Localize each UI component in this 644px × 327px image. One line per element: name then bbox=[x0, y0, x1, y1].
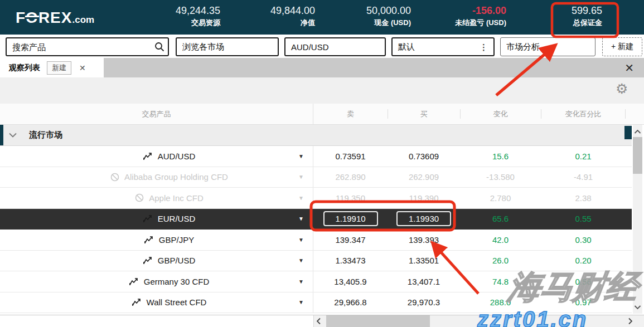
buy-price-cell[interactable]: 119.390 bbox=[388, 188, 460, 208]
sell-price[interactable]: 139.347 bbox=[335, 235, 365, 245]
scroll-left-icon[interactable] bbox=[316, 317, 321, 327]
product-cell[interactable]: Alibaba Group Holding CFD ▼ bbox=[0, 167, 313, 188]
sell-price-cell[interactable]: 139.347 bbox=[313, 230, 388, 250]
vertical-scrollbar[interactable] bbox=[633, 125, 642, 314]
sell-price[interactable]: 13,405.9 bbox=[334, 277, 366, 286]
sell-price[interactable]: 262.890 bbox=[335, 172, 365, 182]
product-cell[interactable]: GBP/JPY ▼ bbox=[0, 230, 313, 250]
horizontal-scrollbar-thumb[interactable] bbox=[326, 315, 430, 327]
horizontal-scrollbar-row bbox=[0, 315, 644, 327]
buy-price-cell[interactable]: 1.19930 bbox=[388, 209, 460, 230]
dropdown-caret-icon[interactable]: ▼ bbox=[298, 153, 304, 159]
sell-price[interactable]: 0.73591 bbox=[335, 152, 365, 161]
scroll-down-icon[interactable] bbox=[634, 302, 641, 312]
horizontal-scrollbar[interactable] bbox=[313, 315, 644, 327]
stat-cash: 50,000.00 现金 (USD) bbox=[316, 5, 411, 28]
sell-price[interactable]: 1.33473 bbox=[335, 256, 365, 265]
market-analysis-label: 市场分析 bbox=[506, 42, 540, 52]
gear-icon[interactable]: ⚙ bbox=[616, 81, 628, 97]
dropdown-caret-icon[interactable]: ▼ bbox=[298, 279, 304, 285]
table-row-aud-usd[interactable]: AUD/USD ▼ 0.73591 0.73609 15.6 0.21 bbox=[0, 146, 632, 167]
change-value: 42.0 bbox=[492, 235, 509, 245]
sell-price-cell[interactable]: 0.73591 bbox=[313, 146, 388, 167]
instrument-label: AUD/USD bbox=[291, 42, 329, 52]
product-cell[interactable]: EUR/USD ▼ bbox=[0, 209, 313, 230]
dropdown-caret-icon[interactable]: ▼ bbox=[298, 174, 304, 180]
product-cell[interactable]: AUD/USD ▼ bbox=[0, 146, 313, 167]
dropdown-caret-icon[interactable]: ▼ bbox=[298, 195, 304, 201]
search-input[interactable] bbox=[7, 42, 151, 52]
product-cell[interactable]: Apple Inc CFD ▼ bbox=[0, 188, 313, 208]
sell-price-cell[interactable]: 1.19910 bbox=[313, 209, 388, 230]
buy-price[interactable]: 0.73609 bbox=[409, 152, 439, 161]
product-cell[interactable]: GBP/USD ▼ bbox=[0, 251, 313, 271]
sell-price-cell[interactable]: 13,405.9 bbox=[313, 271, 388, 292]
table-row-gbp-jpy[interactable]: GBP/JPY ▼ 139.347 139.393 42.0 0.30 bbox=[0, 230, 632, 251]
sell-price[interactable]: 29,966.8 bbox=[334, 297, 366, 307]
sell-price-cell[interactable]: 1.33473 bbox=[313, 251, 388, 271]
change-pct-value: 2.38 bbox=[575, 193, 591, 203]
change-pct-value: 0.20 bbox=[575, 256, 591, 265]
tab-watchlist[interactable]: 观察列表 新建 ✕ bbox=[0, 58, 104, 77]
browse-markets-button[interactable]: 浏览各市场 bbox=[176, 37, 279, 56]
scroll-up-icon[interactable] bbox=[634, 126, 641, 136]
browse-markets-label: 浏览各市场 bbox=[182, 42, 224, 52]
vertical-scrollbar-thumb[interactable] bbox=[633, 137, 642, 174]
sell-price-cell[interactable]: 262.890 bbox=[313, 167, 388, 188]
buy-price-cell[interactable]: 13,407.1 bbox=[388, 271, 460, 292]
new-workspace-button[interactable]: + 新建 bbox=[602, 37, 642, 56]
stat-label: 现金 (USD) bbox=[316, 18, 411, 28]
chevron-down-icon[interactable] bbox=[9, 133, 17, 138]
buy-price[interactable]: 262.909 bbox=[409, 172, 439, 182]
layout-select[interactable]: 默认 ⋮ bbox=[391, 37, 495, 56]
stat-label: 净值 bbox=[220, 18, 315, 28]
group-row-accent-block bbox=[624, 126, 632, 139]
buy-price[interactable]: 119.390 bbox=[409, 193, 438, 203]
search-box[interactable] bbox=[6, 37, 169, 56]
change-cell: 15.6 bbox=[460, 146, 541, 167]
table-row-apple-inc-cfd[interactable]: Apple Inc CFD ▼ 119.350 119.390 2.780 2.… bbox=[0, 188, 632, 209]
change-pct-value: 0.56 bbox=[575, 277, 591, 286]
buy-price[interactable]: 139.393 bbox=[409, 235, 439, 245]
buy-price[interactable]: 29,970.3 bbox=[408, 297, 440, 307]
watchlist-new-chip[interactable]: 新建 bbox=[47, 61, 71, 75]
new-workspace-label: + 新建 bbox=[611, 42, 633, 52]
buy-price-cell[interactable]: 262.909 bbox=[388, 167, 460, 188]
chart-icon bbox=[129, 277, 139, 286]
kebab-menu-icon[interactable]: ⋮ bbox=[480, 43, 488, 51]
table-row-alibaba-group-holding-cfd[interactable]: Alibaba Group Holding CFD ▼ 262.890 262.… bbox=[0, 167, 632, 188]
buy-price[interactable]: 1.19930 bbox=[396, 211, 451, 226]
buy-price-cell[interactable]: 1.33501 bbox=[388, 251, 460, 271]
sell-price[interactable]: 1.19910 bbox=[323, 211, 378, 226]
product-cell[interactable]: Wall Street CFD ▼ bbox=[0, 292, 313, 313]
trading-platform-window: FOREX.com 49,244.35 交易资源 49,844.00 净值 50… bbox=[0, 0, 644, 327]
change-value: 2.780 bbox=[490, 193, 511, 203]
buy-price-cell[interactable]: 29,970.3 bbox=[388, 292, 460, 313]
buy-price[interactable]: 1.33501 bbox=[409, 256, 439, 265]
change-value: -13.580 bbox=[486, 172, 515, 182]
stat-label: 总保证金 bbox=[507, 18, 602, 28]
dropdown-caret-icon[interactable]: ▼ bbox=[298, 216, 304, 222]
buy-price[interactable]: 13,407.1 bbox=[408, 277, 440, 286]
instrument-tab-audusd[interactable]: AUD/USD bbox=[284, 37, 386, 56]
tab-close-icon[interactable]: ✕ bbox=[79, 64, 86, 72]
dropdown-caret-icon[interactable]: ▼ bbox=[298, 299, 304, 305]
market-analysis-button[interactable]: 市场分析 bbox=[500, 37, 595, 56]
sell-price-cell[interactable]: 119.350 bbox=[313, 188, 388, 208]
dropdown-caret-icon[interactable]: ▼ bbox=[298, 237, 304, 243]
no-trading-icon bbox=[110, 173, 119, 182]
buy-price-cell[interactable]: 139.393 bbox=[388, 230, 460, 250]
sell-price[interactable]: 119.350 bbox=[336, 193, 365, 203]
buy-price-cell[interactable]: 0.73609 bbox=[388, 146, 460, 167]
table-row-germany-30-cfd[interactable]: Germany 30 CFD ▼ 13,405.9 13,407.1 74.8 … bbox=[0, 271, 632, 292]
group-row-popular-markets[interactable]: 流行市场 bbox=[0, 125, 632, 146]
panel-close-icon[interactable]: ✕ bbox=[624, 61, 634, 75]
dropdown-caret-icon[interactable]: ▼ bbox=[298, 257, 304, 263]
scroll-right-icon[interactable] bbox=[628, 317, 633, 327]
table-row-gbp-usd[interactable]: GBP/USD ▼ 1.33473 1.33501 26.0 0.20 bbox=[0, 251, 632, 272]
search-icon[interactable] bbox=[151, 42, 168, 52]
table-row-wall-street-cfd[interactable]: Wall Street CFD ▼ 29,966.8 29,970.3 288.… bbox=[0, 292, 632, 314]
table-row-eur-usd[interactable]: EUR/USD ▼ 1.19910 1.19930 65.6 0.55 bbox=[0, 209, 632, 230]
sell-price-cell[interactable]: 29,966.8 bbox=[313, 292, 388, 313]
product-cell[interactable]: Germany 30 CFD ▼ bbox=[0, 271, 313, 292]
